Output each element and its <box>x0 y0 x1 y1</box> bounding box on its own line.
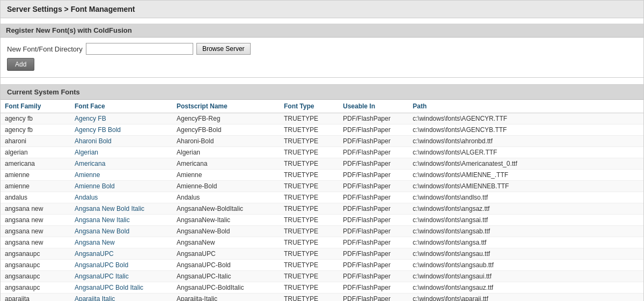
page-wrapper: Server Settings > Font Management Regist… <box>0 0 644 301</box>
font-face-link[interactable]: Angsana New Bold Italic <box>75 205 144 212</box>
spacer <box>1 78 643 84</box>
register-row: New Font/Font Directory Browse Server <box>7 43 637 55</box>
font-face-link[interactable]: Angsana New Bold <box>75 227 129 235</box>
font-face-link[interactable]: Angsana New <box>75 239 115 246</box>
col-header-useable: Useable In <box>339 100 408 113</box>
table-row: agency fbAgency FBAgencyFB-RegTRUETYPEPD… <box>1 113 643 124</box>
col-header-postscript: Postscript Name <box>172 100 280 113</box>
font-face-link[interactable]: Amienne <box>75 171 100 179</box>
font-face-link[interactable]: AngsanaUPC Bold Italic <box>75 284 143 291</box>
table-row: angsanaupcAngsanaUPCAngsanaUPCTRUETYPEPD… <box>1 248 643 260</box>
font-face-link[interactable]: AngsanaUPC Bold <box>75 261 128 269</box>
new-font-input[interactable] <box>86 43 193 55</box>
browse-server-button[interactable]: Browse Server <box>196 43 251 55</box>
table-row: algerianAlgerianAlgerianTRUETYPEPDF/Flas… <box>1 147 643 158</box>
page-title: Server Settings > Font Management <box>7 5 637 13</box>
font-face-link[interactable]: AngsanaUPC <box>75 250 114 258</box>
font-face-link[interactable]: Andalus <box>75 194 98 201</box>
font-face-link[interactable]: Americana <box>75 160 105 167</box>
table-row: agency fbAgency FB BoldAgencyFB-BoldTRUE… <box>1 124 643 136</box>
font-face-link[interactable]: Aharoni Bold <box>75 137 112 145</box>
table-header-row: Font Family Font Face Postscript Name Fo… <box>1 100 643 113</box>
current-fonts-header: Current System Fonts <box>1 84 643 100</box>
table-row: angsanaupcAngsanaUPC Bold ItalicAngsanaU… <box>1 282 643 293</box>
font-face-link[interactable]: Algerian <box>75 149 98 156</box>
font-face-link[interactable]: Agency FB Bold <box>75 126 121 134</box>
register-section: Register New Font(s) with ColdFusion New… <box>1 18 643 78</box>
table-row: amienneAmienne BoldAmienne-BoldTRUETYPEP… <box>1 181 643 192</box>
fonts-section: Current System Fonts Font Family Font Fa… <box>1 84 643 301</box>
register-section-header: Register New Font(s) with ColdFusion <box>1 24 643 38</box>
font-face-link[interactable]: Agency FB <box>75 115 106 122</box>
fonts-table: Font Family Font Face Postscript Name Fo… <box>1 100 643 301</box>
new-font-label: New Font/Font Directory <box>7 45 83 53</box>
table-row: angsana newAngsana New ItalicAngsanaNew-… <box>1 215 643 226</box>
table-row: angsana newAngsana New Bold ItalicAngsan… <box>1 203 643 215</box>
page-title-bar: Server Settings > Font Management <box>1 1 643 18</box>
add-button[interactable]: Add <box>7 58 34 71</box>
table-row: aharoniAharoni BoldAharoni-BoldTRUETYPEP… <box>1 136 643 147</box>
font-face-link[interactable]: Amienne Bold <box>75 182 115 190</box>
table-row: americanaAmericanaAmericanaTRUETYPEPDF/F… <box>1 158 643 170</box>
table-row: angsana newAngsana NewAngsanaNewTRUETYPE… <box>1 237 643 248</box>
font-face-link[interactable]: Aparajita Italic <box>75 295 115 301</box>
col-header-type: Font Type <box>280 100 339 113</box>
font-face-link[interactable]: Angsana New Italic <box>75 216 130 224</box>
col-header-family: Font Family <box>1 100 70 113</box>
table-row: angsanaupcAngsanaUPC ItalicAngsanaUPC-It… <box>1 271 643 282</box>
table-row: aparajitaAparajita ItalicAparajita-Itali… <box>1 293 643 302</box>
table-row: angsanaupcAngsanaUPC BoldAngsanaUPC-Bold… <box>1 260 643 271</box>
table-row: amienneAmienneAmienneTRUETYPEPDF/FlashPa… <box>1 170 643 181</box>
col-header-path: Path <box>408 100 643 113</box>
col-header-face: Font Face <box>70 100 172 113</box>
table-row: angsana newAngsana New BoldAngsanaNew-Bo… <box>1 226 643 237</box>
font-face-link[interactable]: AngsanaUPC Italic <box>75 273 129 280</box>
table-row: andalusAndalusAndalusTRUETYPEPDF/FlashPa… <box>1 192 643 203</box>
